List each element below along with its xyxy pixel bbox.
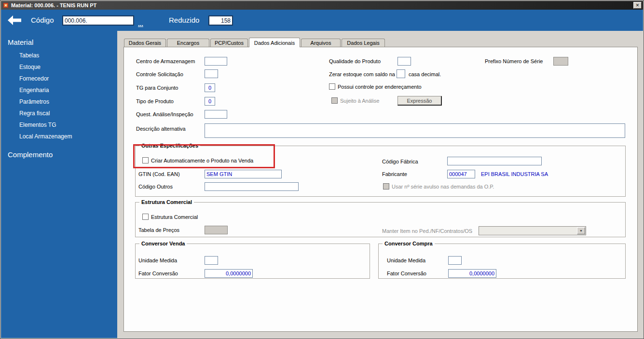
descricao-alternativa-label: Descrição alternativa	[136, 126, 186, 132]
sidebar-section-complemento[interactable]: Complemento	[8, 150, 53, 159]
quest-analise-label: Quest. Análise/Inspeção	[136, 111, 193, 118]
tab-arquivos[interactable]: Arquivos	[301, 39, 341, 47]
codigo-outros-input[interactable]	[205, 182, 299, 191]
content-area: Dados Gerais Encargos PCP/Custos Dados A…	[117, 31, 643, 338]
gtin-label: GTIN (Cod. EAN)	[138, 171, 180, 177]
window-title: Material: 000.006. - TENIS RUN PT	[11, 2, 96, 8]
reduzido-input[interactable]	[208, 15, 233, 26]
tab-bar: Dados Gerais Encargos PCP/Custos Dados A…	[124, 39, 386, 47]
compra-unidade-medida-input[interactable]	[448, 256, 462, 265]
controle-solicitacao-label: Controle Solicitação	[136, 71, 183, 78]
sidebar-item-regra-fiscal[interactable]: Regra fiscal	[19, 108, 50, 119]
fabricante-code-input[interactable]	[447, 170, 475, 178]
zerar-estoque-label: Zerar estoque com saldo na	[329, 71, 395, 78]
sidebar-item-parametros[interactable]: Parâmetros	[19, 96, 49, 108]
possui-controle-checkbox[interactable]	[329, 83, 335, 90]
sidebar-item-fornecedor[interactable]: Fornecedor	[19, 73, 49, 84]
centro-armazenagem-input[interactable]	[205, 57, 227, 66]
codigo-fabrica-input[interactable]	[447, 157, 542, 165]
usar-serie-avulso-checkbox	[383, 183, 389, 190]
gtin-input[interactable]	[205, 170, 282, 178]
venda-fator-conversao-label: Fator Conversão	[138, 271, 178, 277]
compra-unidade-medida-label: Unidade Medida	[387, 258, 425, 264]
app-window: Material: 000.006. - TENIS RUN PT ✕ Códi…	[0, 0, 644, 339]
qualidade-produto-label: Qualidade do Produto	[329, 58, 381, 65]
sidebar-item-tabelas[interactable]: Tabelas	[19, 50, 39, 61]
quest-analise-input[interactable]	[205, 110, 227, 119]
compra-fator-conversao-input[interactable]	[448, 269, 496, 278]
criar-automaticamente-label: Criar Automaticamente o Produto na Venda	[151, 158, 253, 164]
codigo-fabrica-label: Código Fábrica	[382, 159, 418, 165]
tabela-precos-input	[205, 226, 228, 234]
conversor-compra-group: Conversor Compra Unidade Medida Fator Co…	[378, 244, 626, 279]
fabricante-name: EPI BRASIL INDUSTRIA SA	[481, 171, 548, 177]
estrutura-comercial-checkbox-label: Estrutura Comercial	[151, 214, 198, 220]
qualidade-produto-input[interactable]	[397, 57, 411, 66]
prefixo-serie-input	[553, 57, 568, 66]
tab-dados-adicionais[interactable]: Dados Adicionais	[249, 38, 300, 47]
zerar-estoque-suffix: casa decimal.	[409, 71, 441, 78]
codigo-input[interactable]	[62, 15, 134, 26]
estrutura-comercial-title: Estrutura Comercial	[139, 199, 194, 205]
estrutura-comercial-group: Estrutura Comercial Estrutura Comercial …	[135, 202, 626, 237]
tab-dados-legais[interactable]: Dados Legais	[342, 39, 385, 47]
outras-especificacoes-group: Outras Especificações Criar Automaticame…	[135, 146, 626, 197]
tg-para-conjunto-label: TG para Conjunto	[136, 85, 178, 91]
sidebar-item-elementos-tg[interactable]: Elementos TG	[19, 119, 56, 131]
tab-encargos[interactable]: Encargos	[167, 39, 209, 47]
expressao-button[interactable]: Expressão	[397, 96, 442, 106]
sidebar-nav: Material Tabelas Estoque Fornecedor Enge…	[1, 31, 117, 338]
usar-serie-avulso-label: Usar nº série avulso nas demandas da O.P…	[392, 184, 494, 190]
tabela-precos-label: Tabela de Preços	[138, 227, 179, 233]
tab-pcp-custos[interactable]: PCP/Custos	[210, 39, 248, 47]
fabricante-label: Fabricante	[382, 171, 407, 177]
centro-armazenagem-label: Centro de Armazenagem	[136, 58, 195, 65]
tg-para-conjunto-input[interactable]	[205, 83, 215, 92]
criar-automaticamente-checkbox[interactable]	[142, 157, 149, 163]
descricao-alternativa-input[interactable]	[205, 123, 625, 138]
tab-dados-gerais[interactable]: Dados Gerais	[124, 39, 166, 47]
close-icon[interactable]: ✕	[633, 2, 642, 9]
app-icon	[3, 2, 9, 8]
back-arrow-icon[interactable]	[7, 15, 22, 27]
tipo-de-produto-input[interactable]	[205, 97, 215, 106]
compra-fator-conversao-label: Fator Conversão	[387, 271, 426, 277]
conversor-compra-title: Conversor Compra	[383, 241, 435, 246]
possui-controle-label: Possui controle por endereçamento	[338, 84, 422, 90]
sujeito-analise-label: Sujeito à Análise	[340, 98, 379, 104]
title-bar: Material: 000.006. - TENIS RUN PT ✕	[1, 1, 643, 10]
zerar-estoque-input[interactable]	[397, 69, 405, 78]
manter-item-select: ▼	[479, 226, 586, 235]
prefixo-serie-label: Prefixo Número de Série	[485, 58, 543, 65]
venda-unidade-medida-label: Unidade Medida	[138, 258, 177, 264]
venda-fator-conversao-input[interactable]	[205, 269, 253, 278]
codigo-label: Código	[31, 16, 54, 24]
controle-solicitacao-input[interactable]	[205, 69, 218, 78]
codigo-outros-label: Código Outros	[138, 184, 173, 190]
reduzido-label: Reduzido	[169, 16, 199, 24]
conversor-venda-group: Conversor Venda Unidade Medida Fator Con…	[135, 244, 370, 279]
manter-item-label: Manter Item no Ped./NF/Contratos/OS	[382, 228, 472, 234]
sidebar-item-estoque[interactable]: Estoque	[19, 61, 41, 73]
conversor-venda-title: Conversor Venda	[139, 241, 187, 246]
sidebar-section-material[interactable]: Material	[8, 38, 33, 46]
codigo-browse-link[interactable]: ...	[138, 20, 143, 27]
dropdown-arrow-icon: ▼	[577, 227, 585, 234]
header-bar: Código ... Reduzido	[1, 10, 643, 31]
sidebar-item-local-armazenagem[interactable]: Local Armazenagem	[19, 131, 72, 142]
estrutura-comercial-checkbox[interactable]	[142, 214, 149, 220]
sujeito-analise-checkbox	[331, 97, 338, 104]
outras-especificacoes-title: Outras Especificações	[139, 143, 200, 149]
venda-unidade-medida-input[interactable]	[205, 256, 218, 265]
tipo-de-produto-label: Tipo de Produto	[136, 98, 174, 105]
sidebar-item-engenharia[interactable]: Engenharia	[19, 84, 49, 96]
dados-adicionais-panel: Centro de Armazenagem Controle Solicitaç…	[123, 47, 638, 332]
